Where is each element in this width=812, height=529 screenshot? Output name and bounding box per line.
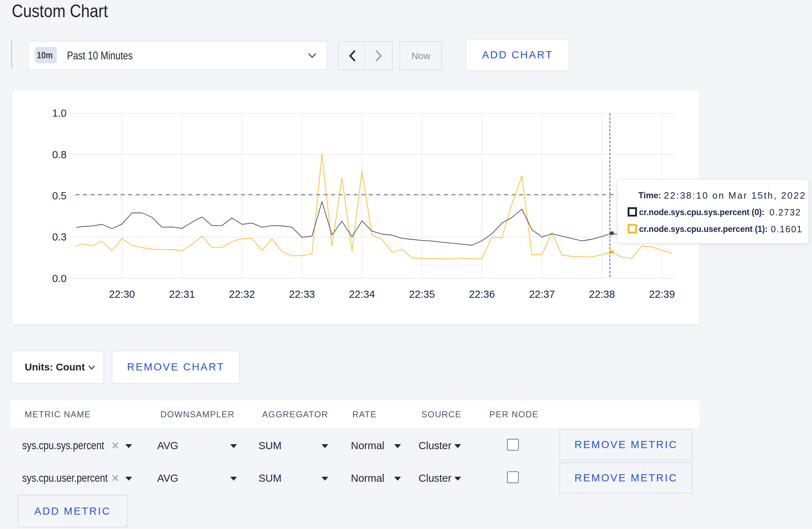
svg-text:22:34: 22:34 <box>349 288 375 300</box>
svg-text:0.8: 0.8 <box>52 149 67 160</box>
svg-text:22:35: 22:35 <box>409 288 435 300</box>
svg-text:22:36: 22:36 <box>469 288 495 300</box>
svg-text:1.0: 1.0 <box>52 107 67 119</box>
svg-text:0.3: 0.3 <box>52 231 67 243</box>
svg-text:22:39: 22:39 <box>649 288 675 300</box>
svg-text:22:38: 22:38 <box>589 288 615 300</box>
svg-text:22:37: 22:37 <box>529 288 555 300</box>
svg-text:22:30: 22:30 <box>109 288 135 300</box>
svg-text:22:31: 22:31 <box>169 288 195 300</box>
svg-text:0.0: 0.0 <box>52 273 67 284</box>
svg-text:22:33: 22:33 <box>289 288 315 300</box>
svg-text:22:32: 22:32 <box>229 288 255 300</box>
svg-text:0.5: 0.5 <box>52 190 67 202</box>
